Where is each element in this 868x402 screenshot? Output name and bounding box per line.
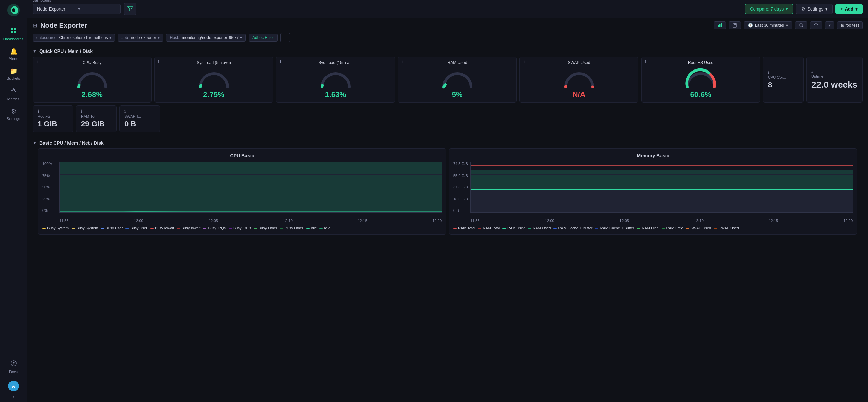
sys-load-15m-title: Sys Load (15m a... (318, 60, 353, 65)
info-icon[interactable]: ℹ (38, 109, 39, 114)
sidebar-item-label: Docs (9, 370, 18, 374)
settings-label: Settings (807, 6, 823, 12)
legend-color (280, 228, 283, 229)
basic-section: ▼ Basic CPU / Mem / Net / Disk CPU Basic… (27, 138, 868, 245)
add-button[interactable]: + Add ▾ (835, 4, 863, 14)
sidebar-item-metrics[interactable]: Metrics (0, 84, 27, 104)
quick-section: ▼ Quick CPU / Mem / Disk ℹ CPU Busy 2.68… (27, 46, 868, 138)
panel-header: ⊞ Node Exporter 🕐 Last 30 minutes ▾ (27, 18, 868, 33)
memory-chart-title: Memory Basic (453, 153, 853, 158)
x-label: 12:20 (432, 219, 442, 223)
quick-section-header[interactable]: ▼ Quick CPU / Mem / Disk (33, 46, 863, 57)
y-label: 37.3 GiB (453, 185, 469, 189)
panel-tools: 🕐 Last 30 minutes ▾ ▾ ⊞ foo test (714, 21, 863, 29)
job-filter[interactable]: Job node-exporter ▾ (118, 34, 163, 42)
info-icon[interactable]: ℹ (158, 60, 159, 64)
sidebar-bottom: Docs A › (8, 357, 19, 399)
zoom-out-button[interactable] (795, 21, 807, 29)
y-label: 25% (42, 197, 58, 201)
time-chevron: ▾ (786, 23, 788, 28)
host-label: Host: (170, 35, 179, 40)
add-filter-button[interactable]: + (280, 33, 290, 42)
ram-used-card: ℹ RAM Used 5% (398, 57, 517, 103)
sidebar-item-buckets[interactable]: 📁 Buckets (0, 64, 27, 84)
basic-section-title: Basic CPU / Mem / Net / Disk (39, 140, 104, 146)
filter-row: datasource Chronosphere Prometheus ▾ Job… (27, 33, 868, 46)
sidebar-item-docs[interactable]: Docs (8, 357, 19, 377)
x-label: 12:05 (619, 219, 629, 223)
x-label: 12:05 (209, 219, 218, 223)
cpu-cores-card: ℹ CPU Cor... 8 (763, 57, 804, 103)
sidebar-item-label: Settings (7, 117, 20, 121)
svg-rect-3 (14, 28, 16, 30)
legend-color (254, 228, 257, 229)
user-avatar[interactable]: A (8, 381, 19, 391)
legend-item: Busy Iowait (177, 226, 200, 230)
svg-point-12 (13, 362, 14, 364)
info-icon[interactable]: ℹ (768, 70, 769, 75)
info-icon[interactable]: ℹ (36, 60, 38, 64)
legend-color (72, 228, 75, 229)
sidebar-item-settings[interactable]: ⚙ Settings (0, 104, 27, 124)
compare-button[interactable]: Compare: 7 days ▾ (745, 4, 793, 14)
svg-rect-18 (734, 23, 736, 25)
cpu-busy-card: ℹ CPU Busy 2.68% (33, 57, 152, 103)
page-title: Node Exporter (40, 22, 87, 29)
basic-section-header[interactable]: ▼ Basic CPU / Mem / Net / Disk (33, 138, 863, 148)
sidebar-item-alerts[interactable]: 🔔 Alerts (0, 44, 27, 64)
grid-line (60, 162, 442, 162)
info-icon[interactable]: ℹ (280, 60, 281, 64)
more-options-button[interactable]: ▾ (825, 21, 834, 29)
datasource-label: datasource (36, 35, 56, 40)
save-button[interactable] (729, 21, 741, 29)
dashboard-selector[interactable]: Node Exporter ▾ (33, 4, 121, 14)
svg-marker-13 (128, 7, 133, 11)
y-label: 50% (42, 185, 58, 189)
refresh-button[interactable] (810, 21, 822, 29)
grid-icon: ⊞ (841, 23, 844, 28)
legend-color (595, 228, 598, 229)
info-icon[interactable]: ℹ (401, 60, 403, 64)
sidebar-item-dashboards[interactable]: Dashboards (0, 24, 27, 44)
legend-label: Busy System (76, 226, 98, 230)
y-label: 55.9 GiB (453, 174, 469, 178)
cpu-chart-title: CPU Basic (42, 153, 442, 158)
topbar-actions: Compare: 7 days ▾ ⚙ Settings ▾ + Add ▾ (745, 4, 863, 14)
info-icon[interactable]: ℹ (81, 109, 82, 114)
memory-yaxis: 74.5 GiB 55.9 GiB 37.3 GiB 18.6 GiB 0 B (453, 162, 469, 213)
adhoc-filter[interactable]: Adhoc Filter (249, 34, 278, 42)
legend-color (453, 228, 457, 229)
grid-line (471, 200, 853, 200)
legend-label: Busy User (105, 226, 123, 230)
y-label: 0 B (453, 208, 469, 213)
legend-color (528, 228, 531, 229)
y-label: 0% (42, 208, 58, 213)
sidebar-item-label: Buckets (7, 76, 20, 80)
legend-item: RAM Used (528, 226, 551, 230)
settings-button[interactable]: ⚙ Settings ▾ (796, 4, 833, 14)
add-label: Add (845, 6, 853, 12)
chart-type-button[interactable] (714, 21, 726, 29)
adhoc-label: Adhoc Filter (252, 35, 274, 40)
info-icon[interactable]: ℹ (811, 69, 813, 74)
grid-line (471, 174, 853, 175)
bell-icon: 🔔 (10, 48, 17, 55)
breadcrumb: Dashboards (33, 0, 51, 2)
app-logo[interactable] (7, 3, 20, 17)
svg-rect-14 (718, 25, 719, 27)
legend-color (502, 228, 506, 229)
time-range-button[interactable]: 🕐 Last 30 minutes ▾ (744, 21, 792, 29)
info-icon[interactable]: ℹ (523, 60, 525, 64)
legend-label: Idle (324, 226, 330, 230)
datasource-filter[interactable]: datasource Chronosphere Prometheus ▾ (33, 34, 115, 42)
swap-total-card: ℹ SWAP T... 0 B (119, 105, 160, 132)
docs-icon (10, 360, 17, 368)
info-icon[interactable]: ℹ (124, 109, 126, 114)
info-icon[interactable]: ℹ (645, 60, 646, 64)
legend-item: RAM Cache + Buffer (553, 226, 592, 230)
host-filter[interactable]: Host: monitoring/node-exporter-9t6k7 ▾ (166, 34, 246, 42)
legend-item: RAM Free (637, 226, 658, 230)
legend-item: Busy Other (280, 226, 303, 230)
memory-chart-area: 74.5 GiB 55.9 GiB 37.3 GiB 18.6 GiB 0 B (453, 162, 853, 223)
filter-button[interactable] (124, 3, 136, 15)
